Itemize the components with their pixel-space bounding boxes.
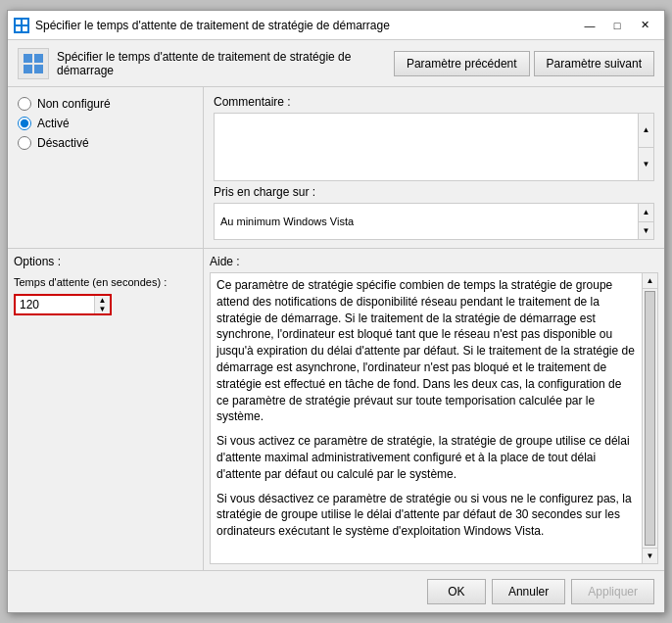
- upper-section: Non configuré Activé Désactivé Commentai…: [8, 87, 664, 249]
- aide-scrollbar[interactable]: ▲ ▼: [642, 273, 657, 563]
- radio-disabled-label: Désactivé: [37, 136, 89, 150]
- header-title: Spécifier le temps d'attente de traiteme…: [57, 50, 386, 77]
- minimize-button[interactable]: —: [576, 15, 603, 36]
- header-buttons: Paramètre précédent Paramètre suivant: [394, 51, 654, 76]
- svg-rect-3: [23, 26, 27, 31]
- header-bar: Spécifier le temps d'attente de traiteme…: [8, 40, 664, 87]
- radio-group: Non configuré Activé Désactivé: [18, 97, 193, 150]
- comment-scroll-down[interactable]: ▼: [639, 148, 653, 181]
- svg-rect-0: [16, 20, 21, 24]
- radio-not-configured-label: Non configuré: [37, 97, 111, 111]
- radio-enabled-label: Activé: [37, 117, 70, 130]
- svg-rect-1: [23, 20, 27, 24]
- aide-scroll-down[interactable]: ▼: [643, 548, 657, 563]
- supported-label: Pris en charge sur :: [214, 185, 654, 199]
- comment-scrollbar: ▲ ▼: [638, 114, 653, 180]
- aide-panel: Aide : Ce paramètre de stratégie spécifi…: [204, 249, 664, 570]
- svg-rect-5: [34, 54, 43, 63]
- svg-rect-7: [34, 65, 43, 73]
- comment-scroll-up[interactable]: ▲: [639, 114, 653, 148]
- supported-box: Au minimum Windows Vista ▲ ▼: [214, 203, 654, 240]
- upper-right: Commentaire : ▲ ▼ Pris en charge sur : A…: [204, 87, 664, 248]
- window-icon: [14, 18, 29, 33]
- supported-scroll-up[interactable]: ▲: [639, 204, 653, 222]
- maximize-button[interactable]: □: [603, 15, 631, 36]
- lower-section: Options : Temps d'attente (en secondes) …: [8, 249, 664, 570]
- spinner-buttons: ▲ ▼: [94, 296, 110, 313]
- header-icon: [18, 48, 49, 79]
- spinner-up-button[interactable]: ▲: [95, 296, 110, 305]
- supported-value: Au minimum Windows Vista: [215, 204, 638, 239]
- main-window: Spécifier le temps d'attente de traiteme…: [7, 10, 665, 613]
- spinner-container: ▲ ▼: [14, 294, 112, 315]
- bottom-bar: OK Annuler Appliquer: [8, 570, 664, 612]
- prev-button[interactable]: Paramètre précédent: [394, 51, 530, 76]
- title-bar-controls: — □ ✕: [576, 15, 658, 36]
- supported-section: Pris en charge sur : Au minimum Windows …: [214, 185, 654, 240]
- svg-rect-2: [16, 26, 21, 31]
- comment-section: Commentaire : ▲ ▼: [214, 95, 654, 181]
- radio-not-configured[interactable]: Non configuré: [18, 97, 193, 111]
- options-panel: Options : Temps d'attente (en secondes) …: [8, 249, 204, 570]
- radio-disabled[interactable]: Désactivé: [18, 136, 193, 150]
- radio-enabled[interactable]: Activé: [18, 117, 193, 130]
- options-label: Options :: [14, 255, 197, 268]
- supported-scrollbar: ▲ ▼: [638, 204, 653, 239]
- radio-disabled-input[interactable]: [18, 136, 31, 150]
- title-bar-text: Spécifier le temps d'attente de traiteme…: [35, 19, 570, 32]
- ok-button[interactable]: OK: [427, 579, 486, 604]
- title-bar: Spécifier le temps d'attente de traiteme…: [8, 11, 664, 40]
- aide-scroll-up[interactable]: ▲: [643, 273, 657, 289]
- aide-container: Ce paramètre de stratégie spécifie combi…: [210, 272, 658, 564]
- supported-scroll-down[interactable]: ▼: [639, 222, 653, 240]
- aide-label: Aide :: [210, 255, 658, 268]
- comment-label: Commentaire :: [214, 95, 654, 109]
- cancel-button[interactable]: Annuler: [492, 579, 565, 604]
- svg-rect-4: [24, 54, 32, 63]
- aide-scroll-thumb: [645, 291, 655, 546]
- main-layout: Non configuré Activé Désactivé Commentai…: [8, 87, 664, 570]
- spinner-down-button[interactable]: ▼: [95, 305, 110, 313]
- close-button[interactable]: ✕: [631, 15, 658, 36]
- aide-text: Ce paramètre de stratégie spécifie combi…: [211, 273, 642, 563]
- radio-not-configured-input[interactable]: [18, 97, 31, 111]
- radio-enabled-input[interactable]: [18, 117, 31, 130]
- upper-left: Non configuré Activé Désactivé: [8, 87, 204, 248]
- apply-button[interactable]: Appliquer: [571, 579, 654, 604]
- comment-textarea[interactable]: [215, 114, 638, 180]
- svg-rect-6: [24, 65, 32, 73]
- next-button[interactable]: Paramètre suivant: [534, 51, 654, 76]
- timeout-label: Temps d'attente (en secondes) :: [14, 276, 197, 288]
- timeout-input[interactable]: [16, 296, 94, 313]
